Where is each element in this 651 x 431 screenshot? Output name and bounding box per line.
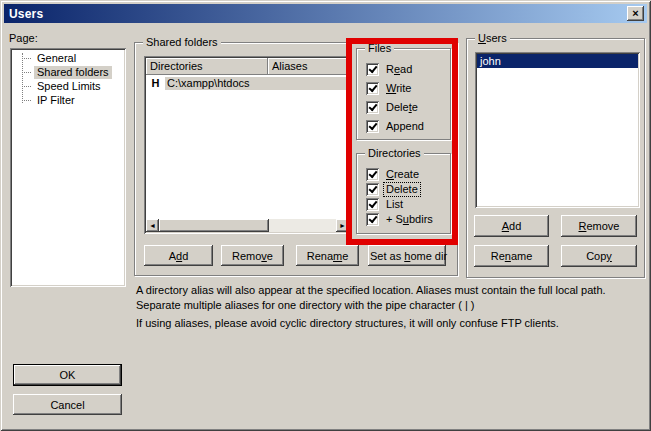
scrollbar-track[interactable] [269, 219, 336, 232]
page-item-label: IP Filter [34, 94, 78, 107]
page-item-general[interactable]: General [12, 51, 124, 65]
cancel-button[interactable]: Cancel [13, 394, 122, 415]
folder-add-button[interactable]: Add [144, 245, 213, 266]
page-list[interactable]: General Shared folders Speed Limits IP F… [10, 48, 126, 287]
files-permissions-group: Files Read Write Delete Append [356, 48, 451, 140]
horizontal-scrollbar[interactable]: ◄ ► [146, 219, 349, 232]
page-label: Page: [9, 32, 38, 44]
page-item-shared-folders[interactable]: Shared folders [12, 65, 124, 79]
page-item-ip-filter[interactable]: IP Filter [12, 93, 124, 107]
titlebar[interactable]: Users × [4, 4, 647, 23]
listview-header: Directories Aliases [146, 58, 349, 75]
checkbox-checked-icon[interactable] [366, 82, 379, 95]
scroll-left-icon[interactable]: ◄ [146, 219, 159, 232]
tree-branch-icon [22, 58, 31, 59]
page-item-label: General [34, 52, 79, 65]
shared-folders-group: Shared folders Directories Aliases H C:\… [134, 42, 458, 276]
subdirs-checkbox-label: + Subdirs [384, 213, 435, 226]
checkbox-row-create[interactable]: Create [366, 167, 448, 181]
user-remove-button[interactable]: Remove [561, 215, 637, 237]
set-as-home-dir-button[interactable]: Set as home dir [368, 245, 446, 266]
folder-rename-button[interactable]: Rename [296, 245, 359, 266]
close-icon[interactable]: × [627, 6, 644, 21]
alias-help-paragraph: A directory alias will also appear at th… [136, 283, 644, 313]
checkbox-checked-icon[interactable] [366, 168, 379, 181]
delete-dir-checkbox-label: Delete [384, 183, 420, 196]
checkbox-checked-icon[interactable] [366, 101, 379, 114]
checkbox-row-read[interactable]: Read [366, 62, 448, 76]
window-title: Users [9, 7, 43, 21]
checkbox-checked-icon[interactable] [366, 120, 379, 133]
ok-button[interactable]: OK [13, 364, 122, 386]
shared-folders-group-label: Shared folders [143, 35, 221, 49]
checkbox-row-append[interactable]: Append [366, 119, 448, 133]
checkbox-row-delete-file[interactable]: Delete [366, 100, 448, 114]
checkbox-row-write[interactable]: Write [366, 81, 448, 95]
page-item-speed-limits[interactable]: Speed Limits [12, 79, 124, 93]
checkbox-checked-icon[interactable] [366, 198, 379, 211]
folder-remove-button[interactable]: Remove [221, 245, 284, 266]
users-group: Users john Add Remove Rename Copy [466, 38, 645, 278]
column-header-aliases[interactable]: Aliases [268, 58, 349, 75]
users-listbox[interactable]: john [475, 52, 640, 208]
directory-row[interactable]: H C:\xampp\htdocs [146, 76, 349, 90]
cyclic-help-paragraph: If using aliases, please avoid cyclic di… [136, 316, 644, 331]
user-rename-button[interactable]: Rename [474, 245, 549, 267]
tree-branch-icon [22, 72, 31, 73]
checkbox-checked-icon[interactable] [366, 183, 379, 196]
write-checkbox-label: Write [384, 82, 413, 95]
create-checkbox-label: Create [384, 168, 421, 181]
append-checkbox-label: Append [384, 120, 426, 133]
column-header-directories[interactable]: Directories [146, 58, 268, 75]
checkbox-row-delete-dir[interactable]: Delete [366, 182, 448, 196]
directories-permissions-group: Directories Create Delete List + Subdirs [356, 153, 451, 234]
user-copy-button[interactable]: Copy [561, 245, 637, 267]
directories-group-label: Directories [365, 146, 424, 160]
help-text: A directory alias will also appear at th… [136, 283, 644, 334]
tree-lines [22, 53, 23, 103]
scroll-right-icon[interactable]: ► [336, 219, 349, 232]
checkbox-checked-icon[interactable] [366, 213, 379, 226]
files-group-label: Files [365, 41, 394, 55]
users-dialog: Users × Page: General Shared folders Spe… [0, 0, 651, 431]
checkbox-checked-icon[interactable] [366, 63, 379, 76]
list-checkbox-label: List [384, 198, 405, 211]
read-checkbox-label: Read [384, 63, 414, 76]
delete-file-checkbox-label: Delete [384, 101, 420, 114]
checkbox-row-list[interactable]: List [366, 198, 448, 212]
checkbox-row-subdirs[interactable]: + Subdirs [366, 213, 448, 227]
directory-path: C:\xampp\htdocs [165, 77, 349, 90]
tree-branch-icon [22, 100, 31, 101]
user-add-button[interactable]: Add [474, 215, 549, 237]
users-group-label: Users [475, 31, 510, 45]
user-item-john[interactable]: john [477, 54, 638, 68]
page-item-label: Shared folders [34, 66, 112, 79]
directories-listview[interactable]: Directories Aliases H C:\xampp\htdocs ◄ … [144, 56, 351, 234]
page-item-label: Speed Limits [34, 80, 104, 93]
tree-branch-icon [22, 86, 31, 87]
scrollbar-thumb[interactable] [159, 219, 269, 232]
home-marker: H [146, 77, 165, 89]
